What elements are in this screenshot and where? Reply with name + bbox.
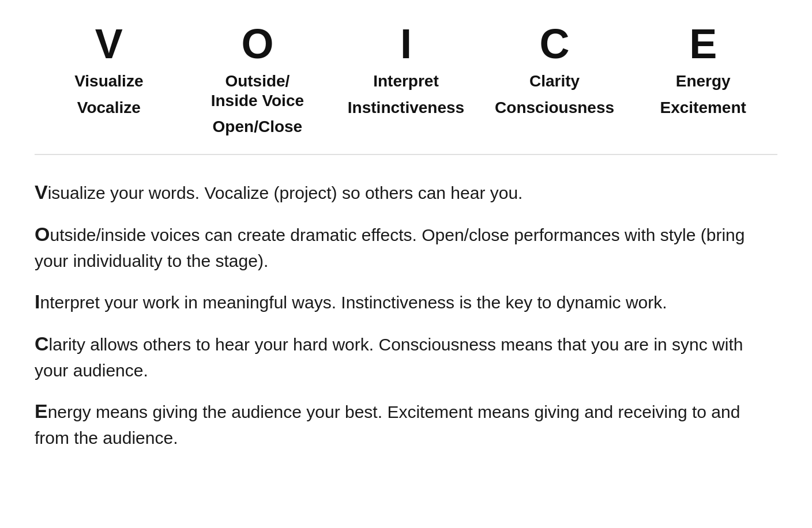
word-primary-i: Interpret bbox=[373, 71, 439, 91]
drop-cap-0: V bbox=[35, 181, 48, 203]
description-item-3: Clarity allows others to hear your hard … bbox=[35, 330, 777, 383]
description-item-0: Visualize your words. Vocalize (project)… bbox=[35, 178, 777, 206]
acronym-column-c: CClarityConsciousness bbox=[480, 23, 629, 137]
word-primary-c: Clarity bbox=[529, 71, 580, 91]
word-primary-v: Visualize bbox=[74, 71, 143, 91]
word-secondary-o: Open/Close bbox=[213, 117, 303, 137]
description-item-4: Energy means giving the audience your be… bbox=[35, 397, 777, 451]
drop-cap-3: C bbox=[35, 333, 49, 354]
letter-e: E bbox=[689, 23, 717, 65]
word-primary-o: Outside/ Inside Voice bbox=[211, 71, 304, 110]
description-item-1: Outside/inside voices can create dramati… bbox=[35, 220, 777, 274]
description-item-2: Interpret your work in meaningful ways. … bbox=[35, 288, 777, 316]
drop-cap-4: E bbox=[35, 400, 48, 422]
letter-i: I bbox=[400, 23, 412, 65]
acronym-table: VVisualizeVocalizeOOutside/ Inside Voice… bbox=[35, 23, 777, 155]
letter-o: O bbox=[241, 23, 273, 65]
word-secondary-v: Vocalize bbox=[77, 98, 141, 118]
descriptions-section: Visualize your words. Vocalize (project)… bbox=[35, 178, 777, 451]
letter-v: V bbox=[95, 23, 123, 65]
word-secondary-c: Consciousness bbox=[495, 98, 614, 118]
drop-cap-2: I bbox=[35, 291, 40, 312]
drop-cap-1: O bbox=[35, 223, 50, 245]
word-secondary-e: Excitement bbox=[660, 98, 746, 118]
letter-c: C bbox=[540, 23, 570, 65]
acronym-column-o: OOutside/ Inside VoiceOpen/Close bbox=[183, 23, 332, 137]
word-primary-e: Energy bbox=[676, 71, 731, 91]
acronym-column-v: VVisualizeVocalize bbox=[35, 23, 183, 137]
acronym-column-e: EEnergyExcitement bbox=[629, 23, 777, 137]
acronym-column-i: IInterpretInstinctiveness bbox=[332, 23, 480, 137]
word-secondary-i: Instinctiveness bbox=[348, 98, 464, 118]
